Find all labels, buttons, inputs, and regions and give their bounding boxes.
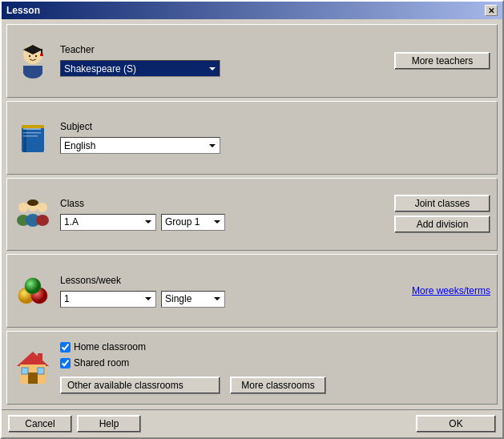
ok-button[interactable]: OK — [416, 415, 496, 433]
content-area: Teacher Shakespeare (S) More teachers — [2, 19, 502, 409]
subject-section: Subject English — [6, 101, 498, 175]
subject-label: Subject — [60, 121, 490, 132]
svg-rect-10 — [23, 128, 41, 130]
classroom-buttons-row: Other available classrooms More classroo… — [60, 377, 490, 394]
svg-rect-29 — [28, 373, 38, 384]
lessons-body: Lessons/week 1 Single — [60, 275, 404, 308]
svg-marker-27 — [17, 352, 49, 366]
svg-point-26 — [25, 278, 41, 294]
more-weeks-link[interactable]: More weeks/terms — [412, 285, 490, 296]
svg-point-19 — [36, 215, 49, 226]
class-body: Class 1.A Group 1 — [60, 198, 386, 231]
lessons-row: 1 Single — [60, 291, 404, 308]
other-classrooms-button[interactable]: Other available classrooms — [60, 377, 220, 394]
svg-rect-3 — [40, 54, 43, 56]
window-title: Lesson — [6, 5, 40, 16]
cancel-button[interactable]: Cancel — [8, 415, 72, 433]
class-section: Class 1.A Group 1 Joint classes Add divi… — [6, 178, 498, 252]
teacher-body: Teacher Shakespeare (S) — [60, 44, 386, 77]
classroom-section: Home classroom Shared room Other availab… — [6, 331, 498, 405]
shared-room-checkbox[interactable] — [60, 358, 71, 369]
type-select[interactable]: Single — [161, 291, 225, 308]
classroom-body: Home classroom Shared room Other availab… — [60, 341, 490, 394]
teacher-icon — [14, 42, 52, 80]
lessons-section: Lessons/week 1 Single More weeks/terms — [6, 254, 498, 328]
shared-room-label: Shared room — [74, 357, 129, 369]
shared-room-row: Shared room — [60, 357, 490, 369]
lessons-actions: More weeks/terms — [412, 285, 490, 296]
lessons-label: Lessons/week — [60, 275, 404, 286]
svg-rect-32 — [38, 353, 42, 361]
svg-rect-11 — [23, 132, 41, 134]
svg-point-20 — [27, 199, 38, 206]
home-classroom-label: Home classroom — [74, 341, 146, 352]
svg-point-7 — [35, 55, 37, 57]
class-actions: Joint classes Add division — [394, 195, 490, 233]
svg-point-14 — [18, 203, 28, 212]
more-teachers-button[interactable]: More teachers — [394, 52, 490, 70]
more-classrooms-button[interactable]: More classrooms — [230, 377, 326, 394]
svg-rect-5 — [23, 66, 42, 74]
lesson-window: Lesson ✕ — [0, 0, 504, 439]
add-division-button[interactable]: Add division — [394, 215, 490, 233]
footer-left: Cancel Help — [8, 415, 141, 433]
teacher-section: Teacher Shakespeare (S) More teachers — [6, 24, 498, 98]
class-row: 1.A Group 1 — [60, 214, 386, 231]
svg-rect-13 — [22, 125, 44, 128]
class-label: Class — [60, 198, 386, 209]
svg-rect-12 — [23, 135, 38, 137]
group-select[interactable]: Group 1 — [161, 214, 225, 231]
classroom-icon — [14, 348, 52, 387]
svg-point-6 — [29, 55, 30, 57]
joint-classes-button[interactable]: Joint classes — [394, 195, 490, 212]
class-select[interactable]: 1.A — [60, 214, 156, 231]
svg-rect-31 — [38, 368, 44, 374]
class-icon — [14, 195, 52, 233]
svg-rect-2 — [41, 49, 42, 54]
title-bar: Lesson ✕ — [2, 2, 502, 19]
lessons-select[interactable]: 1 — [60, 291, 156, 308]
home-classroom-checkbox[interactable] — [60, 342, 71, 352]
home-classroom-row: Home classroom — [60, 341, 490, 352]
close-button[interactable]: ✕ — [485, 5, 498, 16]
help-button[interactable]: Help — [77, 415, 141, 433]
subject-select[interactable]: English — [60, 137, 220, 154]
svg-point-18 — [38, 203, 47, 212]
teacher-label: Teacher — [60, 44, 386, 55]
subject-body: Subject English — [60, 121, 490, 154]
svg-rect-30 — [22, 368, 28, 374]
footer: Cancel Help OK — [2, 409, 502, 437]
svg-rect-9 — [23, 127, 26, 152]
lessons-icon — [14, 272, 52, 310]
teacher-select[interactable]: Shakespeare (S) — [60, 60, 220, 77]
subject-icon — [14, 119, 52, 157]
teacher-actions: More teachers — [394, 52, 490, 70]
